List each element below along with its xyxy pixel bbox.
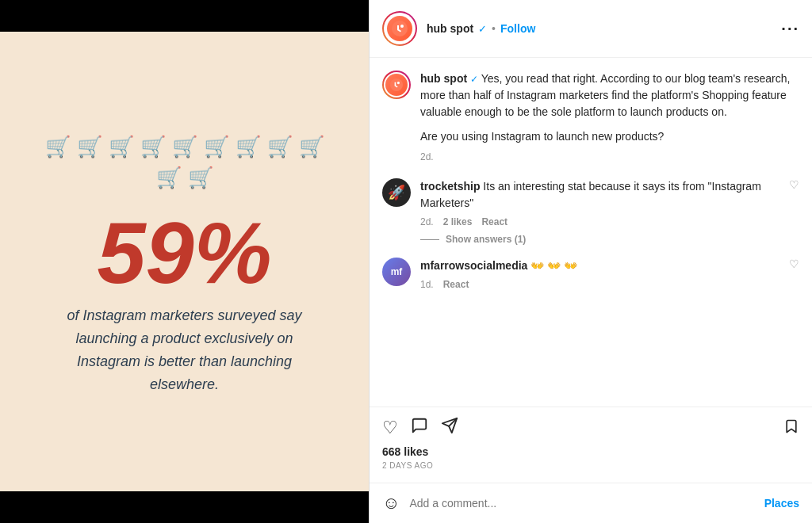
cart-icon-10: 🛒 — [156, 166, 182, 190]
header-hubspot-logo — [387, 16, 412, 41]
cart-icon-9: 🛒 — [299, 135, 324, 159]
comment-likes-trocketship: 2 likes — [443, 216, 473, 227]
comment-react-trocketship[interactable]: React — [481, 216, 508, 227]
comment-username-mfarrow: mfarrowsocialmedia — [420, 259, 527, 272]
comment-body-mfarrow: mfarrowsocialmedia 👐 👐 👐 1d. React — [420, 258, 779, 290]
post-content: hub spot ✓ • Follow ··· — [369, 0, 812, 523]
caption-question: Are you using Instagram to launch new pr… — [420, 128, 799, 145]
header-avatar-inner — [384, 13, 416, 44]
comment-heart-mfarrow[interactable]: ♡ — [789, 258, 799, 270]
cart-icon-8: 🛒 — [267, 135, 293, 159]
comment-text-mfarrow: mfarrowsocialmedia 👐 👐 👐 — [420, 258, 779, 274]
like-icon[interactable]: ♡ — [382, 418, 398, 438]
follow-button[interactable]: Follow — [500, 22, 535, 35]
caption-avatar-inner — [384, 72, 409, 97]
comment-input[interactable] — [409, 497, 764, 510]
comment-body-trocketship: trocketship Its an interesting stat beca… — [420, 178, 779, 245]
caption-text: hub spot ✓ Yes, you read that right. Acc… — [420, 71, 799, 120]
comment-meta-trocketship: 2d. 2 likes React — [420, 216, 779, 227]
header-avatar-container — [382, 11, 417, 46]
show-answers-text: Show answers (1) — [446, 234, 526, 245]
caption-username: hub spot — [420, 72, 467, 85]
caption-time: 2d. — [420, 151, 799, 162]
post-header: hub spot ✓ • Follow ··· — [370, 0, 812, 58]
comment-avatar-mfarrow-inner: mf — [382, 258, 411, 286]
show-answers-line — [420, 239, 439, 240]
caption-row: hub spot ✓ Yes, you read that right. Acc… — [382, 71, 799, 162]
header-dot-separator: • — [492, 22, 496, 35]
header-info: hub spot ✓ • Follow — [427, 22, 781, 35]
caption-hubspot-logo — [385, 74, 408, 96]
action-icons-row: ♡ — [382, 417, 799, 439]
places-button[interactable]: Places — [764, 497, 799, 510]
caption-avatar-container — [382, 71, 411, 99]
cart-icon-11: 🛒 — [188, 166, 213, 190]
comment-heart-trocketship[interactable]: ♡ — [789, 178, 799, 191]
post-time: 2 DAYS AGO — [382, 461, 799, 470]
svg-point-2 — [390, 78, 403, 91]
stat-number: 59% — [97, 209, 271, 296]
comment-icon[interactable] — [411, 417, 428, 439]
more-options-button[interactable]: ··· — [781, 20, 799, 38]
add-comment-section: ☺ Places — [370, 483, 812, 523]
instagram-post: 🛒 🛒 🛒 🛒 🛒 🛒 🛒 🛒 🛒 🛒 🛒 59% of Instagram m… — [0, 0, 812, 523]
black-bar-bottom — [0, 491, 369, 523]
comment-row-trocketship: 🚀 trocketship Its an interesting stat be… — [382, 178, 799, 245]
cart-icon-7: 🛒 — [236, 135, 261, 159]
svg-point-1 — [400, 25, 404, 28]
bookmark-icon[interactable] — [783, 418, 799, 439]
comment-time-mfarrow: 1d. — [420, 279, 434, 290]
stat-description: of Instagram marketers surveyed say laun… — [58, 304, 312, 395]
cart-icon-4: 🛒 — [140, 135, 166, 159]
cart-icon-2: 🛒 — [77, 135, 102, 159]
carts-row: 🛒 🛒 🛒 🛒 🛒 🛒 🛒 🛒 🛒 🛒 🛒 — [34, 135, 335, 190]
header-verified-badge: ✓ — [478, 23, 487, 35]
comment-avatar-mfarrow: mf — [382, 258, 411, 286]
caption-verified: ✓ — [470, 74, 478, 85]
show-answers-trocketship[interactable]: Show answers (1) — [420, 234, 779, 245]
comment-row-mfarrow: mf mfarrowsocialmedia 👐 👐 👐 1d. React ♡ — [382, 258, 799, 290]
comment-meta-mfarrow: 1d. React — [420, 279, 779, 290]
comment-react-mfarrow[interactable]: React — [443, 279, 469, 290]
comment-content-mfarrow: 👐 👐 👐 — [530, 259, 577, 272]
cart-icon-1: 🛒 — [45, 135, 71, 159]
comment-time-trocketship: 2d. — [420, 216, 434, 227]
post-caption-area: hub spot ✓ Yes, you read that right. Acc… — [370, 58, 812, 407]
black-bar-top — [0, 0, 369, 32]
header-username: hub spot — [427, 22, 473, 35]
post-actions: ♡ 668 likes — [370, 407, 812, 483]
comment-username-trocketship: trocketship — [420, 180, 480, 193]
cart-icon-3: 🛒 — [109, 135, 134, 159]
cart-icon-5: 🛒 — [172, 135, 197, 159]
post-image: 🛒 🛒 🛒 🛒 🛒 🛒 🛒 🛒 🛒 🛒 🛒 59% of Instagram m… — [0, 0, 369, 523]
comment-avatar-trocketship: 🚀 — [382, 178, 411, 207]
cart-icon-6: 🛒 — [204, 135, 229, 159]
caption-body: hub spot ✓ Yes, you read that right. Acc… — [420, 71, 799, 162]
likes-count: 668 likes — [382, 445, 799, 458]
svg-point-0 — [392, 21, 408, 36]
send-icon[interactable] — [441, 417, 458, 439]
smiley-icon[interactable]: ☺ — [382, 493, 400, 513]
comment-text-trocketship: trocketship Its an interesting stat beca… — [420, 178, 779, 212]
svg-point-3 — [397, 82, 400, 84]
